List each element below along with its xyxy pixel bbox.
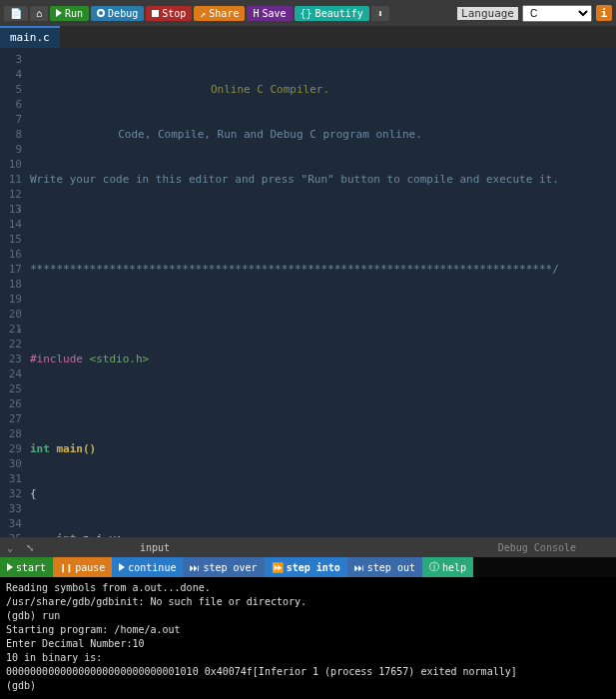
stop-icon — [152, 10, 159, 17]
code-area[interactable]: Online C Compiler. Code, Compile, Run an… — [28, 48, 616, 537]
debug-step-out-button[interactable]: ⏭step out — [347, 557, 422, 577]
debug-help-button[interactable]: ⓘhelp — [422, 557, 473, 577]
debug-button[interactable]: Debug — [91, 6, 144, 21]
panel-header: ⌄ ⤡ input Debug Console — [0, 537, 616, 557]
debug-toolbar: start ❙❙pause continue ⏭step over ⏩step … — [0, 557, 616, 577]
download-icon: ⬇ — [377, 8, 383, 19]
debug-console-tab-label[interactable]: Debug Console — [498, 542, 576, 553]
share-button[interactable]: ↗Share — [194, 6, 245, 21]
input-tab-label[interactable]: input — [140, 542, 170, 553]
debug-step-over-button[interactable]: ⏭step over — [183, 557, 264, 577]
code-editor[interactable]: 3456789101112▾1314151617181920▾212223242… — [0, 48, 616, 537]
save-icon: H — [253, 8, 259, 19]
language-label: Language — [457, 7, 518, 20]
play-icon — [7, 563, 13, 571]
language-group: Language C i — [457, 5, 612, 22]
home-button[interactable]: ⌂ — [30, 6, 48, 21]
step-out-icon: ⏭ — [354, 562, 364, 573]
play-icon — [119, 563, 125, 571]
console-output[interactable]: Reading symbols from a.out...done. /usr/… — [0, 577, 616, 699]
debug-pause-button[interactable]: ❙❙pause — [53, 557, 112, 577]
language-select[interactable]: C — [522, 5, 592, 22]
debug-icon — [97, 9, 105, 17]
share-icon: ↗ — [200, 8, 206, 19]
pause-icon: ❙❙ — [60, 562, 72, 573]
home-icon: ⌂ — [36, 8, 42, 19]
debug-continue-button[interactable]: continue — [112, 557, 183, 577]
file-icon: 📄 — [10, 8, 22, 19]
play-icon — [56, 9, 62, 17]
step-over-icon: ⏭ — [190, 562, 200, 573]
new-file-button[interactable]: 📄 — [4, 6, 28, 21]
info-button[interactable]: i — [596, 5, 612, 21]
line-gutter: 3456789101112▾1314151617181920▾212223242… — [0, 48, 28, 537]
run-button[interactable]: Run — [50, 6, 89, 21]
beautify-button[interactable]: {}Beautify — [295, 6, 369, 21]
save-button[interactable]: HSave — [247, 6, 292, 21]
panel-swap-button[interactable]: ⤡ — [20, 542, 40, 553]
tab-main-c[interactable]: main.c — [0, 26, 60, 48]
help-icon: ⓘ — [429, 560, 439, 574]
debug-step-into-button[interactable]: ⏩step into — [265, 557, 347, 577]
stop-button[interactable]: Stop — [146, 6, 192, 21]
beautify-icon: {} — [301, 8, 312, 19]
editor-tabs: main.c — [0, 26, 616, 48]
debug-start-button[interactable]: start — [0, 557, 53, 577]
step-into-icon: ⏩ — [272, 562, 284, 573]
main-toolbar: 📄 ⌂ Run Debug Stop ↗Share HSave {}Beauti… — [0, 0, 616, 26]
panel-collapse-button[interactable]: ⌄ — [0, 542, 20, 553]
download-button[interactable]: ⬇ — [371, 6, 389, 21]
